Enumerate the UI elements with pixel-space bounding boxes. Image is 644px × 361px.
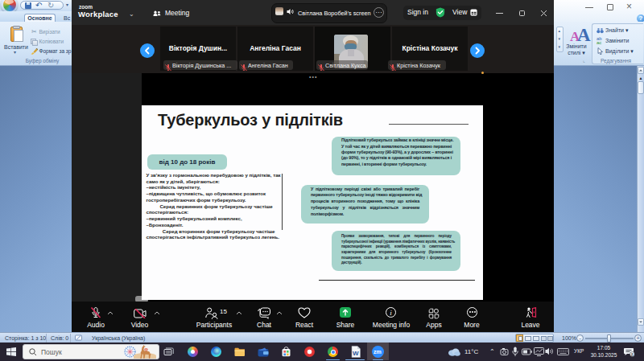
svg-text:W: W [353, 350, 359, 357]
svg-text:8: 8 [631, 352, 634, 357]
